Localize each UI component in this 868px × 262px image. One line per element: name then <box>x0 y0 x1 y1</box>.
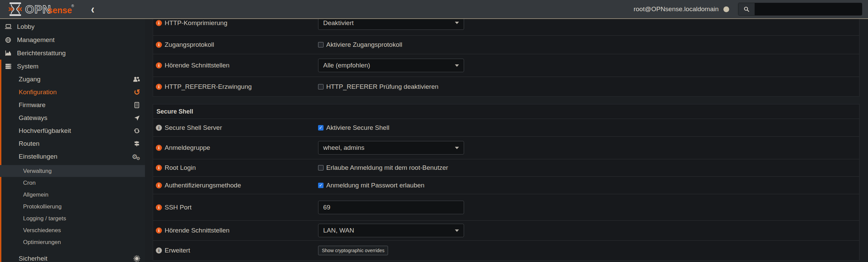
info-icon[interactable] <box>156 42 162 48</box>
sidebar-item-zugang[interactable]: Zugang <box>0 73 145 86</box>
field-label: Hörende Schnittstellen <box>165 62 229 69</box>
info-icon[interactable] <box>156 84 162 90</box>
users-icon <box>133 76 140 83</box>
opnsense-logo[interactable]: OPN sense ® <box>8 2 79 17</box>
checkbox-label: Aktiviere Secure Shell <box>326 124 389 132</box>
sidebar-item-label: Management <box>17 36 55 44</box>
sidebar-item-label: Einstellungen <box>19 153 57 160</box>
field-label: Root Login <box>165 164 196 172</box>
field-label: HTTP_REFERER-Erzwingung <box>165 83 252 90</box>
svg-text:sense: sense <box>48 5 72 15</box>
sidebar-item-label: Allgemein <box>23 192 49 198</box>
selected-value: LAN, WAN <box>323 227 354 234</box>
field-label: Anmeldegruppe <box>165 144 210 152</box>
sidebar-item-routen[interactable]: Routen <box>0 137 145 150</box>
field-label: Erweitert <box>165 247 190 254</box>
sidebar-item-cron[interactable]: Cron <box>0 177 145 189</box>
sidebar-item-system[interactable]: System <box>0 60 145 73</box>
form-row: Zugangsprotokoll Aktiviere Zugangsprotok… <box>153 35 859 54</box>
info-icon[interactable] <box>156 182 162 188</box>
field-label: Authentifizierungsmethode <box>165 182 241 189</box>
field-label: HTTP-Komprimierung <box>165 19 227 27</box>
sidebar-item-label: Berichterstattung <box>17 49 66 57</box>
show-crypto-overrides-button[interactable]: Show cryptographic overrides <box>318 246 388 255</box>
sidebar-item-firmware[interactable]: Firmware <box>0 99 145 112</box>
selected-value: Alle (empfohlen) <box>323 62 370 69</box>
access-log-checkbox[interactable] <box>318 42 324 47</box>
listen-interfaces-select[interactable]: Alle (empfohlen) <box>318 59 464 72</box>
sidebar-item-label: Konfiguration <box>19 88 57 96</box>
info-icon[interactable] <box>156 227 162 234</box>
map-signs-icon <box>133 140 140 147</box>
form-row: Authentifizierungsmethode Anmeldung mit … <box>153 176 859 194</box>
svg-text:OPN: OPN <box>25 3 51 16</box>
sidebar-item-gateways[interactable]: Gateways <box>0 112 145 124</box>
sidebar-item-label: Routen <box>19 140 39 147</box>
field-label: Zugangsprotokoll <box>165 41 214 48</box>
firmware-icon <box>133 102 140 108</box>
enable-ssh-checkbox[interactable] <box>318 125 324 130</box>
sidebar-item-label: Lobby <box>17 23 35 31</box>
hourglass-icon <box>9 2 22 16</box>
form-row: HTTP_REFERER-Erzwingung HTTP_REFERER Prü… <box>153 77 859 96</box>
opnsense-page: HTTP-Komprimierung Deaktiviert Zugangspr… <box>0 0 868 262</box>
server-icon <box>4 63 12 70</box>
info-icon[interactable] <box>156 165 162 171</box>
form-row: Hörende Schnittstellen LAN, WAN <box>153 220 859 240</box>
selected-value: Deaktiviert <box>323 19 354 27</box>
ssh-port-input[interactable] <box>318 201 464 214</box>
sidebar-item-label: Protokollierung <box>23 203 61 210</box>
caret-down-icon <box>455 64 459 67</box>
sidebar-item-einstellungen[interactable]: Einstellungen ⚙⚙ <box>0 150 145 163</box>
sidebar-collapse-icon[interactable]: ‹ <box>91 3 94 16</box>
svg-text:®: ® <box>71 4 74 8</box>
section-title: Secure Shell <box>153 108 193 115</box>
checkbox-label: HTTP_REFERER Prüfung deaktivieren <box>326 83 439 90</box>
secure-shell-table: Secure Shell Secure Shell Server Aktivie… <box>153 104 860 261</box>
form-row: Hörende Schnittstellen Alle (empfohlen) <box>153 54 859 77</box>
sidebar-item-label: Logging / targets <box>23 215 66 222</box>
status-indicator-dot[interactable] <box>723 6 729 12</box>
sidebar-item-optimierungen[interactable]: Optimierungen <box>0 236 145 248</box>
info-icon[interactable] <box>156 20 162 26</box>
location-arrow-icon <box>134 115 140 121</box>
sidebar-item-lobby[interactable]: Lobby <box>0 20 145 33</box>
login-group-select[interactable]: wheel, admins <box>318 141 464 155</box>
sidebar-item-management[interactable]: Management <box>0 33 145 46</box>
sidebar-navigation: Lobby Management Berichterstattung Syste… <box>0 19 145 262</box>
info-icon[interactable] <box>156 247 162 254</box>
sidebar-item-hochverfuegbarkeit[interactable]: Hochverfügbarkeit <box>0 124 145 137</box>
search-icon[interactable] <box>738 3 755 15</box>
sidebar-item-verschiedenes[interactable]: Verschiedenes <box>0 224 145 236</box>
checkbox-label: Erlaube Anmeldung mit dem root-Benutzer <box>326 164 448 172</box>
info-icon[interactable] <box>156 145 162 151</box>
sidebar-item-konfiguration[interactable]: Konfiguration ↺ <box>0 86 145 99</box>
search-box <box>738 3 862 16</box>
logged-in-user[interactable]: root@OPNsense.localdomain <box>633 5 719 13</box>
form-row: SSH Port <box>153 194 859 220</box>
sidebar-item-logging-targets[interactable]: Logging / targets <box>0 213 145 224</box>
sidebar-item-label: Verschiedenes <box>23 227 61 234</box>
form-row: Anmeldegruppe wheel, admins <box>153 136 859 159</box>
form-row: Root Login Erlaube Anmeldung mit dem roo… <box>153 159 859 176</box>
info-icon[interactable] <box>156 204 162 210</box>
checkbox-label: Anmeldung mit Passwort erlauben <box>326 182 424 189</box>
ssh-listen-interfaces-select[interactable]: LAN, WAN <box>318 224 464 237</box>
opnsense-logo-svg: OPN sense ® <box>8 2 79 17</box>
root-login-checkbox[interactable] <box>318 165 324 170</box>
sidebar-item-berichterstattung[interactable]: Berichterstattung <box>0 46 145 60</box>
password-login-checkbox[interactable] <box>318 183 324 188</box>
search-input[interactable] <box>755 3 862 15</box>
field-label: Hörende Schnittstellen <box>165 227 229 234</box>
http-referer-checkbox[interactable] <box>318 84 324 89</box>
sidebar-item-protokollierung[interactable]: Protokollierung <box>0 201 145 213</box>
sidebar-item-verwaltung[interactable]: Verwaltung <box>0 165 145 177</box>
sidebar-item-allgemein[interactable]: Allgemein <box>0 189 145 201</box>
info-icon[interactable] <box>156 62 162 68</box>
info-icon[interactable] <box>156 125 162 131</box>
section-header-row: Secure Shell <box>153 104 859 119</box>
selected-value: wheel, admins <box>323 144 364 152</box>
top-header: OPN sense ® ‹ root@OPNsense.localdomain <box>0 0 868 19</box>
sidebar-item-label: Zugang <box>19 76 40 83</box>
sidebar-item-sicherheit[interactable]: Sicherheit <box>0 252 145 262</box>
